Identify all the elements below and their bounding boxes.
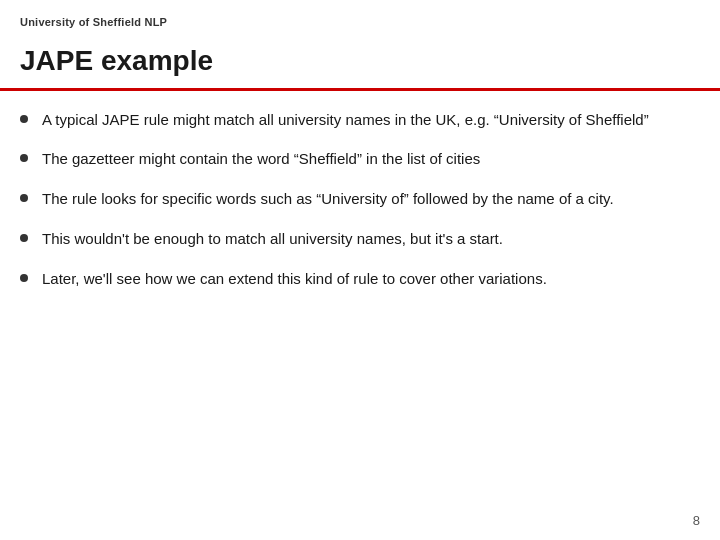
university-label: University of Sheffield NLP [20,16,167,28]
bullet-text-3: The rule looks for specific words such a… [42,188,700,210]
bullet-item-4: This wouldn't be enough to match all uni… [20,228,700,250]
bullet-text-5: Later, we'll see how we can extend this … [42,268,700,290]
bullet-dot-5 [20,274,28,282]
bullet-dot-2 [20,154,28,162]
bullet-item-3: The rule looks for specific words such a… [20,188,700,210]
page-number: 8 [693,513,700,528]
bullet-item-5: Later, we'll see how we can extend this … [20,268,700,290]
title-section: JAPE example [0,36,720,88]
bullet-item-1: A typical JAPE rule might match all univ… [20,109,700,131]
bullet-text-4: This wouldn't be enough to match all uni… [42,228,700,250]
bullet-dot-1 [20,115,28,123]
bullet-item-2: The gazetteer might contain the word “Sh… [20,148,700,170]
header: University of Sheffield NLP [0,0,720,36]
slide-title: JAPE example [20,44,700,78]
bullet-dot-3 [20,194,28,202]
divider-bar [0,88,720,91]
slide-container: University of Sheffield NLP JAPE example… [0,0,720,540]
bullet-text-2: The gazetteer might contain the word “Sh… [42,148,700,170]
content-area: A typical JAPE rule might match all univ… [0,109,720,290]
bullet-text-1: A typical JAPE rule might match all univ… [42,109,700,131]
bullet-dot-4 [20,234,28,242]
